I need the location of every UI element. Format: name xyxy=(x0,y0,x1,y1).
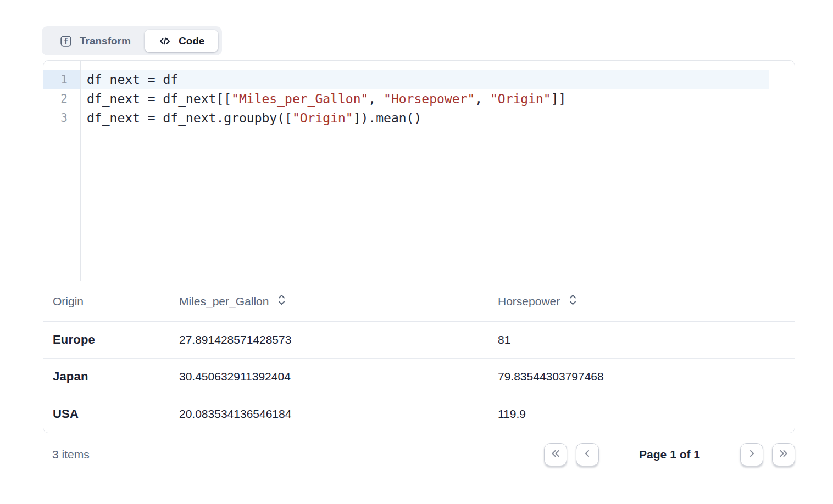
code-text: df_next = df xyxy=(80,70,795,89)
string-token: "Origin" xyxy=(292,111,353,125)
line-number: 1 xyxy=(43,70,80,89)
table-footer: 3 items Page 1 of 1 xyxy=(43,433,795,475)
cell-origin: Japan xyxy=(53,369,179,384)
code-token: ]).mean() xyxy=(353,111,422,125)
column-label: Miles_per_Gallon xyxy=(179,295,269,308)
table-header: Origin Miles_per_Gallon Horsepower xyxy=(43,281,795,322)
last-page-button[interactable] xyxy=(772,443,795,466)
function-icon: f xyxy=(59,35,73,48)
tab-code[interactable]: Code xyxy=(145,30,219,52)
string-token: "Horsepower" xyxy=(384,92,475,106)
code-token: , xyxy=(475,92,490,106)
cell-horsepower: 119.9 xyxy=(498,407,795,421)
line-number: 3 xyxy=(43,109,80,128)
view-tabbar: f Transform Code xyxy=(42,26,222,55)
sort-chevrons-icon[interactable] xyxy=(568,294,577,309)
code-token: df_next = df xyxy=(87,72,178,87)
code-text: df_next = df_next[["Miles_per_Gallon", "… xyxy=(80,89,795,109)
code-token: df_next = df_next.groupby([ xyxy=(87,111,292,125)
previous-page-button[interactable] xyxy=(576,443,599,466)
code-brackets-icon xyxy=(158,35,171,48)
code-line-1[interactable]: 1 df_next = df xyxy=(43,70,795,89)
chevron-right-icon xyxy=(745,447,758,462)
code-token: ]] xyxy=(551,92,567,106)
double-chevron-left-icon xyxy=(549,447,562,462)
sort-chevrons-icon[interactable] xyxy=(277,294,286,309)
chevron-left-icon xyxy=(581,447,594,462)
column-header-horsepower[interactable]: Horsepower xyxy=(498,294,795,309)
code-token: df_next = df_next[[ xyxy=(87,92,231,106)
next-page-button[interactable] xyxy=(740,443,763,466)
tab-code-label: Code xyxy=(179,35,205,47)
pagination: Page 1 of 1 xyxy=(544,443,795,466)
double-chevron-right-icon xyxy=(777,447,790,462)
line-number: 2 xyxy=(43,89,80,109)
items-count: 3 items xyxy=(52,448,90,461)
code-line-3[interactable]: 3 df_next = df_next.groupby(["Origin"]).… xyxy=(43,109,795,128)
table-row[interactable]: Europe 27.891428571428573 81 xyxy=(43,322,795,359)
first-page-button[interactable] xyxy=(544,443,567,466)
column-label: Horsepower xyxy=(498,295,560,308)
code-line-2[interactable]: 2 df_next = df_next[["Miles_per_Gallon",… xyxy=(43,89,795,109)
code-text: df_next = df_next.groupby(["Origin"]).me… xyxy=(80,109,795,128)
column-label: Origin xyxy=(53,295,84,308)
cell-origin: Europe xyxy=(53,333,179,347)
gutter-divider xyxy=(80,61,81,281)
tab-transform[interactable]: f Transform xyxy=(46,30,145,52)
transform-card: 1 df_next = df 2 df_next = df_next[["Mil… xyxy=(43,60,795,433)
table-row[interactable]: USA 20.083534136546184 119.9 xyxy=(43,395,795,432)
cell-horsepower: 81 xyxy=(498,333,795,346)
cell-miles-per-gallon: 27.891428571428573 xyxy=(179,333,498,346)
string-token: "Origin" xyxy=(490,92,551,106)
cell-origin: USA xyxy=(53,407,179,421)
column-header-origin: Origin xyxy=(53,295,179,308)
main-panel: f Transform Code 1 df_next = df xyxy=(43,26,795,475)
code-editor[interactable]: 1 df_next = df 2 df_next = df_next[["Mil… xyxy=(43,61,795,281)
page-indicator: Page 1 of 1 xyxy=(639,448,700,461)
cell-miles-per-gallon: 20.083534136546184 xyxy=(179,407,498,421)
table-row[interactable]: Japan 30.450632911392404 79.835443037974… xyxy=(43,359,795,395)
string-token: "Miles_per_Gallon" xyxy=(231,92,368,106)
code-token: , xyxy=(368,92,384,106)
svg-text:f: f xyxy=(64,36,68,45)
cell-horsepower: 79.83544303797468 xyxy=(498,370,795,383)
column-header-miles-per-gallon[interactable]: Miles_per_Gallon xyxy=(179,294,498,309)
tab-transform-label: Transform xyxy=(80,35,131,47)
cell-miles-per-gallon: 30.450632911392404 xyxy=(179,370,498,383)
